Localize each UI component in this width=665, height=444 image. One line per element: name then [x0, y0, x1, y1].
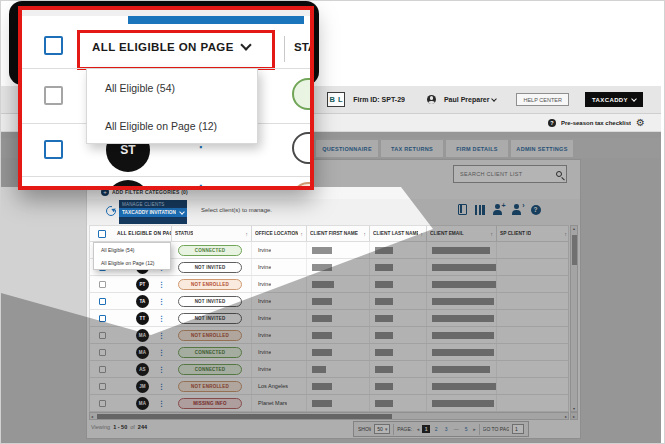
menu-item-all-eligible-on-page-12-[interactable]: All Eligible on Page (12): [87, 107, 257, 145]
kebab-menu-icon[interactable]: ⋮: [158, 315, 165, 322]
kebab-menu-icon[interactable]: ⋮: [158, 332, 165, 339]
tab-questionnaire[interactable]: QUESTIONNAIRE: [316, 140, 378, 157]
kebab-menu-icon[interactable]: ⋮: [158, 298, 165, 305]
vertical-scrollbar[interactable]: ▴ ▾: [570, 225, 578, 412]
column-header-client-email[interactable]: CLIENT EMAIL↑: [427, 226, 497, 241]
row-checkbox[interactable]: [44, 86, 63, 105]
tab-tax-returns[interactable]: TAX RETURNS: [381, 140, 443, 157]
select-scope-toggle[interactable]: ALL ELIGIBLE ON PAGE: [117, 231, 172, 236]
prev-page-icon[interactable]: ◂: [417, 426, 420, 432]
select-scope-toggle[interactable]: ALL ELIGIBLE ON PAGE: [92, 41, 250, 53]
screenshot-canvas: B L Firm ID: SPT-29 Paul Preparer HELP C…: [0, 0, 665, 444]
vertical-scroll-thumb[interactable]: [572, 235, 577, 265]
column-header-sp-client-id[interactable]: SP CLIENT ID↑: [497, 226, 570, 241]
chevron-down-icon: [631, 96, 637, 102]
search-input[interactable]: [458, 170, 556, 178]
row-checkbox[interactable]: [44, 186, 63, 190]
redacted-email: [432, 349, 494, 356]
kebab-menu-icon[interactable]: ⋮: [158, 349, 165, 356]
sort-arrow-icon: ↑: [420, 231, 423, 237]
user-menu[interactable]: Paul Preparer: [444, 96, 497, 103]
row-checkbox[interactable]: [44, 140, 63, 159]
page-ellipsis: —: [452, 425, 460, 433]
avatar: MA: [136, 397, 149, 410]
page-button-1[interactable]: 1: [422, 425, 430, 433]
row-checkbox[interactable]: [99, 349, 106, 356]
viewing-summary: Viewing 1 - 50 of 244: [91, 424, 147, 430]
kebab-menu-icon[interactable]: ⋮: [158, 366, 165, 373]
search-icon: [556, 171, 562, 177]
column-header-client-first-name[interactable]: CLIENT FIRST NAME↑: [307, 226, 370, 241]
row-checkbox[interactable]: [99, 383, 106, 390]
menu-item-all-eligible-54-[interactable]: All Eligible (54): [87, 69, 257, 107]
goto-page-input[interactable]: [512, 424, 524, 434]
row-checkbox[interactable]: [99, 366, 106, 373]
horizontal-scroll-thumb[interactable]: [97, 414, 392, 419]
tab-firm-details[interactable]: FIRM DETAILS: [446, 140, 508, 157]
divider: [479, 424, 480, 435]
office-location: Irvine: [252, 247, 271, 253]
row-checkbox[interactable]: [99, 315, 106, 322]
kebab-menu-icon[interactable]: ⋮: [158, 281, 165, 288]
next-page-icon[interactable]: ▸: [473, 426, 476, 432]
avatar: AS: [136, 363, 149, 376]
office-location: Planet Mars: [252, 400, 287, 406]
scroll-up-icon[interactable]: ▴: [573, 226, 575, 231]
status-badge: NOT ENROLLED: [178, 381, 242, 392]
taxcaddy-menu-button[interactable]: TAXCADDY: [585, 92, 643, 107]
sort-arrow-icon: ↑: [300, 231, 303, 237]
of-label: of: [130, 424, 135, 430]
page-button-3[interactable]: 3: [442, 425, 450, 433]
select-all-checkbox[interactable]: [44, 36, 63, 55]
scroll-right-icon[interactable]: ▸: [565, 414, 567, 419]
row-checkbox[interactable]: [99, 400, 106, 407]
column-header-office-location[interactable]: OFFICE LOCATION↑: [252, 226, 307, 241]
user-name-label: Paul Preparer: [444, 96, 490, 103]
redacted-first-name: [312, 366, 326, 373]
gear-icon[interactable]: ⚙: [636, 118, 645, 128]
avatar: TA: [136, 295, 149, 308]
table-row: TA⋮NOT INVITEDIrvine: [89, 293, 569, 310]
search-box[interactable]: [453, 165, 567, 183]
redacted-last-name: [375, 298, 393, 305]
table-row: AS⋮CONNECTEDIrvine: [89, 361, 569, 378]
column-header-status[interactable]: STATUS↑: [172, 226, 252, 241]
redacted-email: [432, 281, 496, 288]
add-client-icon[interactable]: +: [493, 204, 504, 215]
status-badge-not-enrolled: [292, 182, 314, 190]
redacted-last-name: [375, 247, 393, 254]
pagination-bar: SHOW 50 ▾ PAGE: 1 ◂ 123—5 ▸ GO TO PAGE: [353, 421, 529, 437]
column-chooser-icon[interactable]: [475, 205, 485, 215]
tab-admin-settings[interactable]: ADMIN SETTINGS: [511, 140, 573, 157]
row-checkbox[interactable]: [99, 281, 106, 288]
refresh-icon[interactable]: [106, 206, 116, 216]
sort-arrow-icon: ↑: [245, 231, 248, 237]
menu-item-all-eligible-on-page-12-[interactable]: All Eligible on Page (12): [94, 256, 170, 269]
column-header-client-last-name[interactable]: CLIENT LAST NAME↑: [370, 226, 427, 241]
redacted-first-name: [312, 383, 332, 390]
row-divider: [22, 176, 310, 177]
kebab-menu-icon[interactable]: ⋮: [194, 184, 208, 190]
scroll-left-icon[interactable]: ◂: [91, 414, 93, 419]
export-book-icon[interactable]: [458, 204, 467, 215]
kebab-menu-icon[interactable]: ⋮: [158, 400, 165, 407]
horizontal-scrollbar[interactable]: ◂ ▸: [89, 412, 569, 420]
page-button-5[interactable]: 5: [462, 425, 470, 433]
total-count: 244: [138, 424, 147, 430]
help-icon[interactable]: ?: [531, 205, 541, 215]
row-checkbox[interactable]: [99, 298, 106, 305]
scroll-down-icon[interactable]: ▾: [573, 406, 575, 411]
user-avatar-icon: [427, 95, 436, 104]
kebab-menu-icon[interactable]: ⋮: [158, 383, 165, 390]
page-size-select[interactable]: 50 ▾: [374, 424, 390, 434]
invite-client-icon[interactable]: ›: [512, 204, 523, 215]
avatar: PT: [136, 278, 149, 291]
help-center-button[interactable]: HELP CENTER: [516, 93, 568, 106]
menu-item-all-eligible-54-[interactable]: All Eligible (54): [94, 243, 170, 256]
pre-season-checklist-link[interactable]: Pre-season tax checklist: [561, 120, 631, 126]
show-label: SHOW: [358, 426, 371, 432]
manage-clients-dropdown[interactable]: MANAGE CLIENTS TAXCADDY INVITATION: [119, 200, 187, 224]
row-checkbox[interactable]: [99, 332, 106, 339]
select-all-checkbox[interactable]: [98, 230, 106, 238]
page-button-2[interactable]: 2: [432, 425, 440, 433]
